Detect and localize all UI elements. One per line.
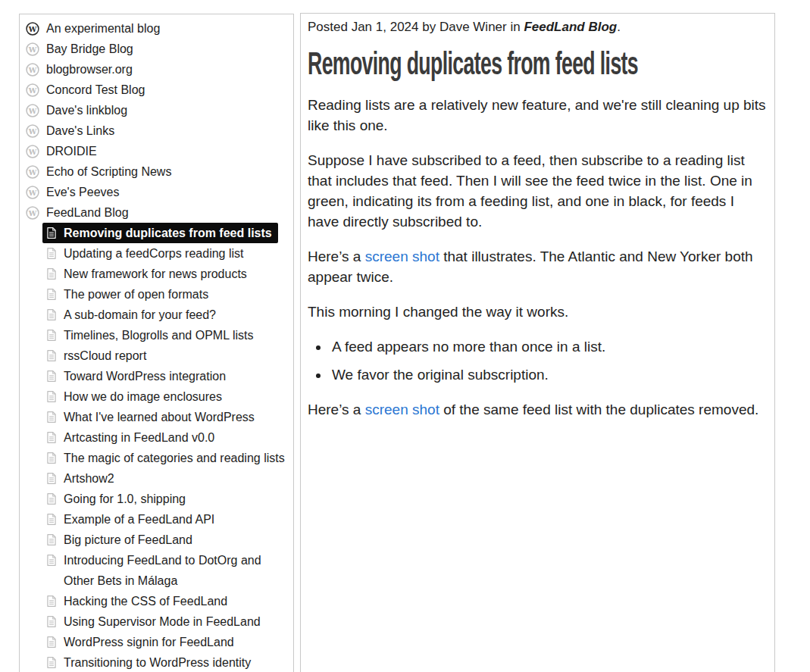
post-list-item[interactable]: Artcasting in FeedLand v0.0 [46,427,287,448]
svg-text:W: W [28,86,37,94]
wordpress-icon: W [26,202,39,223]
document-icon [46,489,57,509]
post-list-item[interactable]: Big picture of FeedLand [46,530,287,550]
document-icon [46,305,57,325]
post-list-item[interactable]: The magic of categories and reading list… [46,448,287,468]
post-list-item[interactable]: The power of open formats [46,284,287,305]
post-item-label: Artshow2 [64,468,114,489]
document-icon [46,591,57,611]
post-list-item[interactable]: What I've learned about WordPress [46,407,287,427]
document-icon [46,632,57,652]
post-list-item[interactable]: Hacking the CSS of FeedLand [46,591,287,611]
posted-prefix: Posted Jan 1, 2024 by Dave Winer in [308,20,521,34]
post-item-label: The magic of categories and reading list… [64,448,285,468]
post-title: Removing duplicates from feed lists [308,45,593,80]
post-item-label: Using Supervisor Mode in FeedLand [64,611,261,632]
blog-item-label: DROIDIE [46,141,97,161]
document-icon [46,243,57,264]
blog-list-item[interactable]: W Dave's Links [26,120,287,141]
blog-item-label: An experimental blog [46,18,160,39]
document-icon [46,386,57,407]
post-list-item[interactable]: Removing duplicates from feed lists [42,223,278,243]
svg-text:W: W [28,65,37,73]
svg-text:W: W [28,167,37,176]
post-list-item[interactable]: Transitioning to WordPress identity [46,652,287,672]
blog-list-item[interactable]: W blogbrowser.org [26,59,287,80]
article-paragraph-2: Suppose I have subscribed to a feed, the… [308,150,767,232]
article-paragraph-5: Here’s a screen shot of the same feed li… [308,399,767,420]
post-list-item[interactable]: Using Supervisor Mode in FeedLand [46,611,287,632]
article-bullet-list: A feed appears no more than once in a li… [308,336,767,385]
document-icon [46,264,57,284]
blog-list-item[interactable]: W Dave's linkblog [26,100,287,120]
wordpress-icon: W [26,18,39,39]
document-icon [46,448,57,468]
post-list: Removing duplicates from feed lists Upda… [26,223,287,672]
svg-text:W: W [28,106,37,114]
document-icon [46,223,57,243]
post-item-label: Timelines, Blogrolls and OPML lists [64,325,253,345]
posted-suffix: . [617,20,621,34]
document-icon [46,611,57,632]
svg-text:W: W [28,188,37,196]
post-item-label: Updating a feedCorps reading list [64,243,243,264]
paragraph-text: of the same feed list with the duplicate… [439,402,758,417]
post-item-label: rssCloud report [64,345,146,366]
post-list-item[interactable]: Timelines, Blogrolls and OPML lists [46,325,287,345]
blog-item-label: Echo of Scripting News [46,161,171,182]
blog-list: W An experimental blog W Bay Bridge Blog [26,18,287,223]
post-list-item[interactable]: Toward WordPress integration [46,366,287,386]
svg-text:W: W [28,127,37,135]
post-item-label: Artcasting in FeedLand v0.0 [64,427,214,448]
blog-list-item[interactable]: W Eve's Peeves [26,182,287,202]
document-icon [46,550,57,570]
document-icon [46,427,57,448]
post-item-label: Removing duplicates from feed lists [64,223,272,243]
post-item-label: Going for 1.0, shipping [64,489,186,509]
blog-item-label: Bay Bridge Blog [46,39,133,59]
document-icon [46,509,57,530]
post-item-label: How we do image enclosures [64,386,222,407]
svg-text:W: W [28,208,37,217]
blog-list-item[interactable]: W Echo of Scripting News [26,161,287,182]
post-item-label: Example of a FeedLand API [64,509,214,530]
post-list-item[interactable]: A sub-domain for your feed? [46,305,287,325]
blog-list-item[interactable]: W An experimental blog [26,18,287,39]
post-list-item[interactable]: How we do image enclosures [46,386,287,407]
paragraph-text: Here’s a [308,402,365,417]
document-icon [46,366,57,386]
posted-blog-name: FeedLand Blog [524,20,617,34]
post-list-item[interactable]: Updating a feedCorps reading list [46,243,287,264]
post-list-item[interactable]: New framework for news products [46,264,287,284]
svg-text:W: W [28,24,37,33]
post-list-item[interactable]: Going for 1.0, shipping [46,489,287,509]
svg-text:W: W [28,45,37,53]
wordpress-icon: W [26,141,39,161]
blog-list-panel[interactable]: W An experimental blog W Bay Bridge Blog [19,14,294,672]
document-icon [46,652,57,672]
screenshot-link-2[interactable]: screen shot [365,402,439,417]
post-list-item[interactable]: Example of a FeedLand API [46,509,287,530]
post-list-item[interactable]: Artshow2 [46,468,287,489]
post-item-label: Toward WordPress integration [64,366,226,386]
wordpress-icon: W [26,80,39,100]
blog-list-item[interactable]: W Bay Bridge Blog [26,39,287,59]
blog-list-item[interactable]: W FeedLand Blog [26,202,287,223]
blog-item-label: Concord Test Blog [46,80,145,100]
blog-item-label: Eve's Peeves [46,182,119,202]
document-icon [46,284,57,305]
post-list-item[interactable]: rssCloud report [46,345,287,366]
blog-item-label: FeedLand Blog [46,202,129,223]
paragraph-text: Here’s a [308,248,365,264]
blog-list-item[interactable]: W DROIDIE [26,141,287,161]
wordpress-icon: W [26,161,39,182]
svg-text:W: W [28,147,37,155]
document-icon [46,468,57,489]
post-list-item[interactable]: WordPress signin for FeedLand [46,632,287,652]
blog-list-item[interactable]: W Concord Test Blog [26,80,287,100]
bullet-item: A feed appears no more than once in a li… [330,336,767,357]
article-panel[interactable]: Posted Jan 1, 2024 by Dave Winer in Feed… [300,13,775,672]
post-list-item[interactable]: Introducing FeedLand to DotOrg and Other… [46,550,287,591]
screenshot-link-1[interactable]: screen shot [365,248,439,264]
post-item-label: A sub-domain for your feed? [64,305,216,325]
